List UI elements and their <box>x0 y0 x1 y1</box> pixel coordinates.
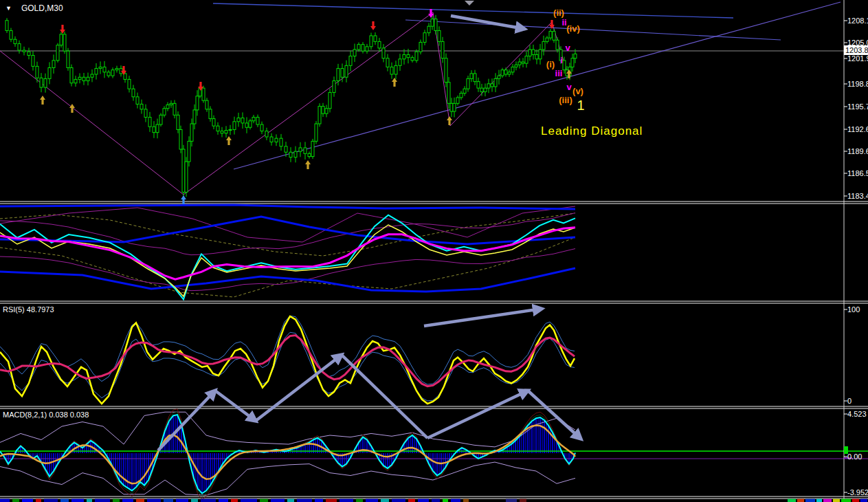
axis-column <box>844 0 852 502</box>
wave-zigzag-line <box>0 12 568 195</box>
current-price-tag: 1203.81 <box>844 45 868 55</box>
macd-indicator-label: MACD(8,2,1) 0.038 0.038 <box>3 411 89 419</box>
wave-label: iii <box>555 68 563 78</box>
wave-label: (iv) <box>566 23 580 34</box>
macd-axis-label: 0.00 <box>847 452 862 461</box>
trendline <box>405 20 781 40</box>
wave-label: 1 <box>577 98 584 113</box>
up-arrow-icon <box>226 136 232 145</box>
current-price-value: 1203.81 <box>845 46 868 54</box>
rsi-axis-label: 100 <box>847 305 860 314</box>
main-price-chart <box>0 2 844 195</box>
price-axis-label: 1189.60 <box>847 147 868 155</box>
mt4-chart-window: ▼ GOLD,M30 RSI(5) 48.7973 MACD(8,2,1) 0.… <box>0 0 868 502</box>
macd-axis-label: 4.523 <box>847 410 867 418</box>
indicator-panel-2 <box>0 205 575 299</box>
up-arrow-icon <box>305 160 311 169</box>
wave-label: i <box>560 55 563 65</box>
wave-label: v <box>566 82 571 92</box>
rsi-indicator-label: RSI(5) 48.7973 <box>3 305 54 314</box>
up-arrow-icon <box>447 116 452 125</box>
up-arrow-icon <box>40 96 45 105</box>
signal-arrows <box>40 1 572 204</box>
rsi-axis-label: 0 <box>847 397 852 405</box>
price-axis-label: 1192.65 <box>847 125 868 133</box>
candlesticks <box>5 15 577 197</box>
price-axis-label: 1186.50 <box>847 169 868 177</box>
bottom-indicator-strip <box>0 499 867 502</box>
down-arrow-icon <box>370 21 376 30</box>
trend-annotation-arrow <box>158 391 215 450</box>
price-axis-label: 1183.40 <box>847 192 868 200</box>
trend-annotation-arrow <box>342 355 427 438</box>
macd-axis-label: -3.952 <box>847 488 868 496</box>
trend-annotation-arrow <box>215 391 256 421</box>
rsi-panel <box>0 316 575 404</box>
trend-annotation-arrow <box>424 309 542 326</box>
wave-label: (ii) <box>553 8 564 18</box>
trendline <box>213 3 733 18</box>
wave-label: (iii) <box>559 95 572 105</box>
wave-label: (i) <box>546 59 555 69</box>
up-arrow-icon <box>181 195 186 204</box>
symbol-label: GOLD,M30 <box>21 3 63 13</box>
period-marker-icon <box>465 1 474 6</box>
price-axis-label: 1195.75 <box>847 102 868 111</box>
price-axis-label: 1198.85 <box>847 80 868 88</box>
symbol-selector[interactable]: ▼ GOLD,M30 <box>5 3 63 13</box>
leading-diagonal-annotation: Leading Diagonal <box>541 124 643 138</box>
trend-annotation-arrow <box>427 391 528 438</box>
price-axis-label: 1201.90 <box>847 54 868 63</box>
up-arrow-icon <box>69 104 75 113</box>
up-arrow-icon <box>392 78 397 87</box>
wave-label: (v) <box>572 86 583 96</box>
chart-canvas[interactable] <box>0 0 868 502</box>
wave-label: v <box>565 43 570 53</box>
price-axis-label: 1208.10 <box>847 17 868 25</box>
trend-annotation-arrow <box>256 355 342 421</box>
dropdown-triangle-icon: ▼ <box>5 5 12 12</box>
macd-panel <box>0 409 868 500</box>
trend-annotation-arrow <box>451 16 524 29</box>
